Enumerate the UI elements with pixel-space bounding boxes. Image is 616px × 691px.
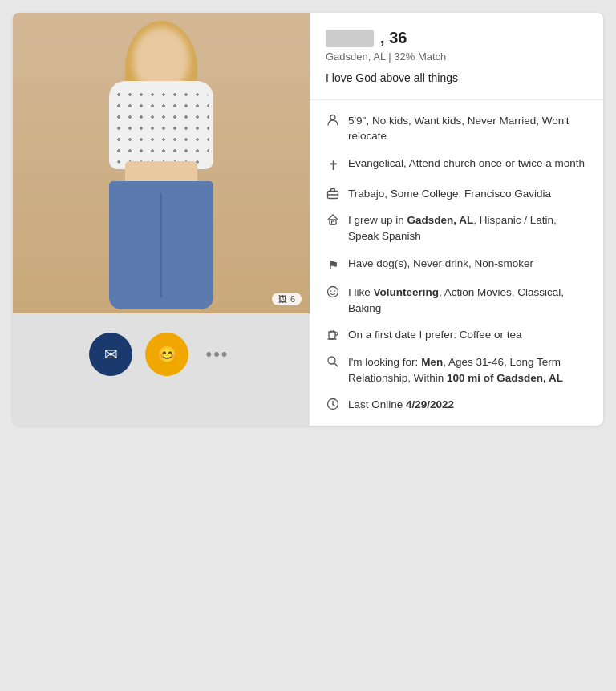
detail-row-lastonline: Last Online 4/29/2022 [326,397,587,413]
clock-icon [326,398,340,410]
hometown-text: I grew up in Gadsden, AL, Hispanic / Lat… [348,212,587,244]
svg-rect-3 [330,220,336,224]
svg-point-6 [330,291,332,293]
profile-details: 5'9", No kids, Want kids, Never Married,… [310,100,603,426]
profile-tagline: I love God above all things [326,71,587,87]
lookingfor-text: I'm looking for: Men, Ages 31-46, Long T… [348,354,587,386]
detail-row-firstdate: On a first date I prefer: Coffee or tea [326,327,587,343]
message-icon: ✉ [104,345,118,364]
detail-row-hometown: I grew up in Gadsden, AL, Hispanic / Lat… [326,212,587,244]
work-text: Trabajo, Some College, Francisco Gavidia [348,186,587,202]
detail-row-lookingfor: I'm looking for: Men, Ages 31-46, Long T… [326,354,587,386]
cup-icon [326,328,340,341]
profile-card: 🖼 6 ✉ 😊 ••• , 36 Gadsden, AL | [13,13,603,426]
religion-text: Evangelical, Attend church once or twice… [348,156,587,172]
left-panel: 🖼 6 ✉ 😊 ••• [13,13,310,426]
lastonline-text: Last Online 4/29/2022 [348,397,587,413]
svg-line-10 [334,363,338,366]
svg-point-5 [328,287,338,297]
like-icon: 😊 [157,345,177,364]
photo-counter: 🖼 6 [272,293,302,305]
interests-text: I like Volunteering, Action Movies, Clas… [348,285,587,316]
detail-row-stats: 5'9", No kids, Want kids, Never Married,… [326,113,587,144]
person-icon [326,114,340,127]
home-icon [326,213,340,226]
more-button[interactable]: ••• [201,338,233,370]
right-panel: , 36 Gadsden, AL | 32% Match I love God … [310,13,603,426]
detail-row-lifestyle: ⚑ Have dog(s), Never drink, Non-smoker [326,256,587,274]
svg-point-0 [330,115,335,119]
briefcase-icon [326,187,340,200]
firstdate-text: On a first date I prefer: Coffee or tea [348,327,587,343]
smiley-icon [326,285,340,298]
profile-name-row: , 36 [326,29,587,47]
cross-icon: ✝ [326,156,340,175]
flag-icon: ⚑ [326,257,340,274]
action-buttons: ✉ 😊 ••• [89,313,233,392]
lifestyle-text: Have dog(s), Never drink, Non-smoker [348,256,587,272]
profile-photo: 🖼 6 [13,13,310,313]
profile-location: Gadsden, AL | 32% Match [326,51,587,63]
like-button[interactable]: 😊 [145,333,188,376]
profile-header: , 36 Gadsden, AL | 32% Match I love God … [310,13,603,100]
svg-line-13 [333,405,335,406]
detail-row-work: Trabajo, Some College, Francisco Gavidia [326,186,587,202]
detail-row-religion: ✝ Evangelical, Attend church once or twi… [326,156,587,175]
svg-point-7 [334,291,336,293]
profile-name-blurred [326,30,374,47]
more-icon: ••• [205,344,229,365]
search-icon [326,355,340,368]
detail-row-interests: I like Volunteering, Action Movies, Clas… [326,285,587,316]
stats-text: 5'9", No kids, Want kids, Never Married,… [348,113,587,144]
profile-age: , 36 [380,29,407,47]
message-button[interactable]: ✉ [89,333,132,376]
